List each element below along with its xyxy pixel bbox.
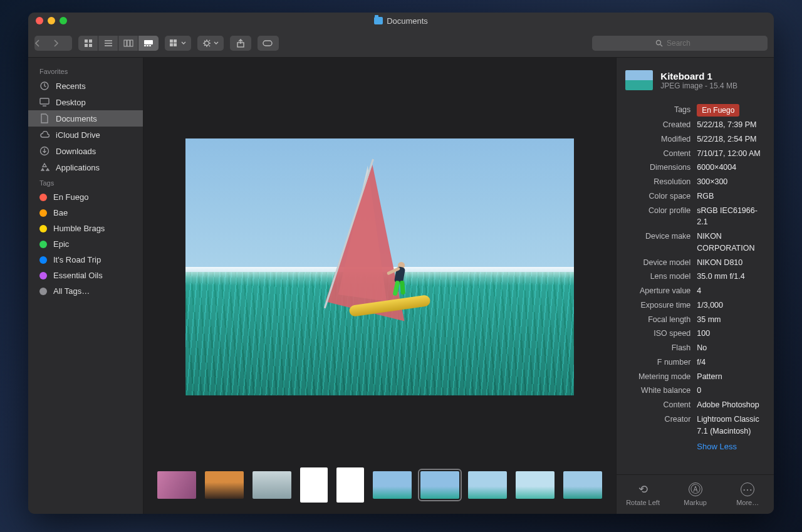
- svg-rect-9: [147, 45, 148, 46]
- sidebar-item[interactable]: Desktop: [28, 94, 143, 110]
- metadata-label: Lens model: [625, 271, 690, 283]
- metadata-row: ContentAdobe Photoshop: [625, 398, 765, 412]
- view-column-button[interactable]: [118, 36, 138, 51]
- desktop-icon: [39, 97, 49, 107]
- metadata-row: Metering modePattern: [625, 370, 765, 384]
- svg-rect-8: [144, 45, 146, 46]
- filmstrip: [143, 464, 616, 514]
- action-label: Markup: [684, 499, 707, 506]
- toolbar: [28, 29, 774, 58]
- svg-point-18: [657, 40, 661, 44]
- sidebar-item[interactable]: Essential Oils: [28, 268, 143, 283]
- back-button[interactable]: [34, 36, 53, 51]
- show-less-link[interactable]: Show Less: [625, 438, 765, 452]
- metadata-value: NIKON D810: [697, 257, 765, 269]
- metadata-value: No: [697, 342, 765, 354]
- inspector-panel: Kiteboard 1 JPEG image - 15.4 MB TagsEn …: [616, 58, 774, 514]
- sidebar-item-label: iCloud Drive: [56, 130, 100, 140]
- svg-rect-6: [130, 40, 133, 46]
- tag-dot-icon: [39, 225, 47, 232]
- window-title: Documents: [387, 16, 428, 26]
- sidebar-item-label: Documents: [56, 114, 97, 123]
- sidebar-item[interactable]: iCloud Drive: [28, 127, 143, 143]
- thumbnail[interactable]: [205, 471, 244, 499]
- thumbnail[interactable]: [468, 471, 507, 499]
- sidebar-item-label: Essential Oils: [53, 271, 103, 280]
- group-by-button[interactable]: [165, 36, 191, 51]
- thumbnail[interactable]: [420, 471, 459, 499]
- metadata-label: Exposure time: [625, 300, 690, 311]
- sidebar: FavoritesRecentsDesktopDocumentsiCloud D…: [28, 58, 143, 514]
- file-name: Kiteboard 1: [660, 71, 737, 81]
- action-menu-button[interactable]: [197, 36, 224, 51]
- svg-rect-4: [124, 40, 127, 46]
- finder-window: Documents: [28, 13, 774, 514]
- sidebar-item[interactable]: Documents: [28, 110, 143, 127]
- metadata-value: 5/22/18, 7:39 PM: [697, 119, 765, 131]
- sidebar-item[interactable]: Humble Brags: [28, 221, 143, 236]
- metadata-label: Modified: [625, 133, 690, 145]
- thumbnail[interactable]: [336, 467, 364, 503]
- sidebar-item-label: It's Road Trip: [53, 255, 101, 264]
- svg-rect-13: [170, 43, 173, 46]
- svg-rect-1: [89, 39, 92, 43]
- tags-button[interactable]: [258, 36, 279, 51]
- thumbnail[interactable]: [373, 471, 412, 499]
- action-rotate-button[interactable]: ⟲Rotate Left: [617, 475, 669, 514]
- action-markup-button[interactable]: ⒶMarkup: [669, 475, 722, 514]
- metadata-label: Created: [625, 119, 690, 131]
- tag-chip[interactable]: En Fuego: [697, 104, 739, 117]
- sidebar-item[interactable]: Applications: [28, 159, 143, 175]
- titlebar: Documents: [28, 13, 774, 29]
- metadata-row: Resolution300×300: [625, 175, 765, 189]
- svg-rect-20: [40, 98, 49, 104]
- sidebar-item[interactable]: Bae: [28, 205, 143, 221]
- thumbnail[interactable]: [253, 471, 291, 499]
- search-input[interactable]: [667, 39, 704, 48]
- sidebar-item-label: Bae: [53, 208, 68, 217]
- metadata-label: ISO speed: [625, 328, 690, 340]
- view-list-button[interactable]: [98, 36, 118, 51]
- svg-rect-7: [144, 40, 153, 44]
- forward-button[interactable]: [53, 36, 72, 51]
- svg-rect-17: [263, 41, 272, 46]
- view-icon-button[interactable]: [78, 36, 98, 51]
- thumbnail[interactable]: [157, 471, 196, 499]
- sidebar-item[interactable]: Recents: [28, 78, 143, 94]
- sidebar-item[interactable]: Epic: [28, 236, 143, 252]
- svg-rect-10: [149, 45, 151, 46]
- sidebar-item[interactable]: En Fuego: [28, 189, 143, 205]
- metadata-label: Dimensions: [625, 162, 690, 174]
- metadata-row: White balance0: [625, 383, 765, 398]
- main-content: [143, 58, 616, 514]
- metadata-row: ISO speed100: [625, 326, 765, 341]
- search-field[interactable]: [592, 36, 768, 51]
- sidebar-item-label: Applications: [56, 163, 100, 172]
- thumbnail[interactable]: [300, 467, 328, 503]
- svg-rect-3: [89, 44, 92, 47]
- svg-point-15: [205, 41, 209, 45]
- share-button[interactable]: [230, 36, 251, 51]
- thumbnail[interactable]: [563, 471, 602, 499]
- svg-rect-2: [85, 44, 88, 47]
- metadata-label: F number: [625, 357, 690, 368]
- action-more-button[interactable]: ⋯More…: [721, 475, 774, 514]
- view-mode-segment: [78, 36, 159, 51]
- sidebar-item[interactable]: All Tags…: [28, 283, 143, 299]
- metadata-value: Pattern: [697, 371, 765, 383]
- download-icon: [39, 146, 49, 156]
- sidebar-item[interactable]: Downloads: [28, 143, 143, 159]
- metadata-label: Flash: [625, 342, 690, 354]
- tag-dot-icon: [39, 194, 47, 201]
- tag-dot-icon: [39, 272, 47, 279]
- thumbnail[interactable]: [516, 471, 555, 499]
- metadata-value: 6000×4004: [697, 162, 765, 174]
- view-gallery-button[interactable]: [138, 36, 159, 51]
- metadata-label: Tags: [625, 104, 690, 117]
- metadata-label: Color profile: [625, 205, 690, 229]
- preview-image[interactable]: [185, 138, 574, 395]
- metadata-value: 300×300: [697, 176, 765, 188]
- sidebar-section-header: Tags: [28, 175, 143, 189]
- sidebar-item[interactable]: It's Road Trip: [28, 252, 143, 268]
- metadata-value: Lightroom Classic 7.1 (Macintosh): [697, 414, 765, 437]
